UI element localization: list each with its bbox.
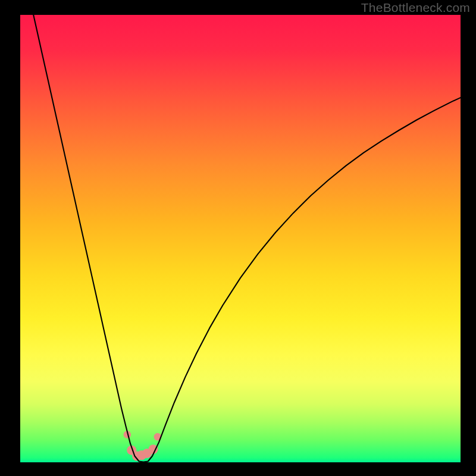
markers-group [124,431,162,461]
watermark-text: TheBottleneck.com [361,1,470,15]
chart-frame: TheBottleneck.com [0,0,476,476]
bottleneck-curve [33,15,461,462]
curve-overlay [0,0,476,476]
